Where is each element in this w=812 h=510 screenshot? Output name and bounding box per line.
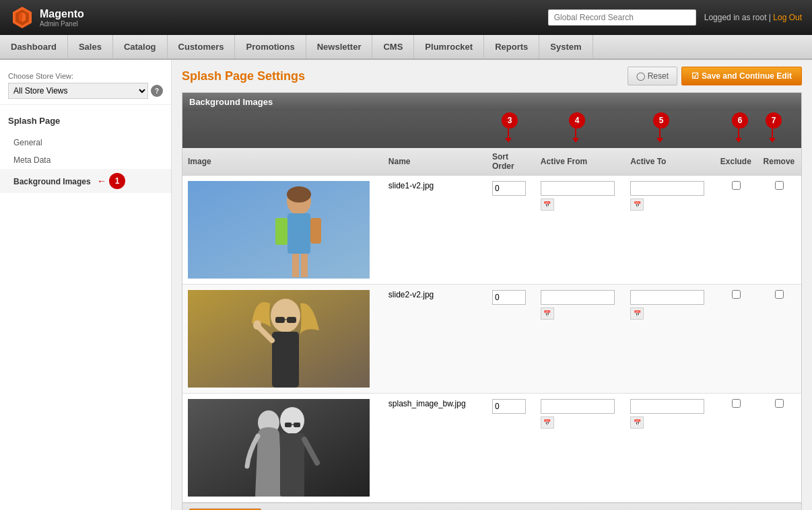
nav-item-cms[interactable]: CMS: [372, 35, 414, 59]
sidebar-section-title: Splash Page: [0, 110, 171, 131]
store-view-dropdown[interactable]: All Store Views Default Store View: [8, 83, 148, 99]
exclude-checkbox-1[interactable]: [732, 181, 741, 190]
table-row: slide1-v2.jpg 📅 📅: [182, 176, 801, 285]
filename-cell-1: slide1-v2.jpg: [383, 176, 487, 285]
sidebar-item-general[interactable]: General: [0, 134, 171, 151]
exclude-cell-1: [715, 176, 758, 285]
active-to-calendar-2[interactable]: 📅: [630, 307, 644, 320]
filename-cell-2: slide2-v2.jpg: [383, 285, 487, 394]
svg-rect-23: [280, 433, 304, 497]
nav-item-newsletter[interactable]: Newsletter: [306, 35, 373, 59]
col-image: Image: [182, 148, 383, 176]
sidebar-item-metadata[interactable]: Meta Data: [0, 151, 171, 169]
remove-checkbox-3[interactable]: [775, 399, 784, 408]
svg-point-13: [271, 299, 300, 332]
active-to-input-2[interactable]: [630, 290, 704, 305]
active-to-cell-1: 📅: [625, 176, 715, 285]
nav-item-dashboard[interactable]: Dashboard: [0, 35, 68, 59]
sort-order-input-3[interactable]: [492, 399, 526, 414]
global-search-input[interactable]: [548, 9, 696, 26]
svg-point-11: [287, 186, 311, 203]
active-to-input-1[interactable]: [630, 181, 704, 196]
col-sort-order: Sort Order: [487, 148, 535, 176]
content-header: Splash Page Settings ◯ Reset ☑ Save and …: [182, 67, 802, 85]
page-title: Splash Page Settings: [182, 69, 305, 83]
table-row: slide2-v2.jpg 📅 📅: [182, 285, 801, 394]
nav-item-customers[interactable]: Customers: [168, 35, 236, 59]
annotation-5: 5: [650, 112, 669, 143]
reset-icon: ◯: [636, 71, 645, 81]
image-preview-2: [188, 290, 370, 388]
sort-order-cell-3: [487, 394, 535, 503]
annotation-4: 4: [566, 112, 585, 143]
save-icon: ☑: [691, 71, 699, 81]
logo-brand: Magento: [40, 8, 84, 20]
annotation-3: 3: [499, 112, 518, 143]
active-to-cell-2: 📅: [625, 285, 715, 394]
nav-item-promotions[interactable]: Promotions: [235, 35, 306, 59]
logo-text-area: Magento Admin Panel: [40, 8, 84, 28]
svg-rect-8: [310, 218, 321, 244]
col-exclude: Exclude: [715, 148, 758, 176]
filename-2: slide2-v2.jpg: [388, 290, 434, 299]
header-right: Logged in as root | Log Out: [548, 9, 802, 26]
svg-rect-14: [275, 317, 285, 323]
remove-checkbox-1[interactable]: [775, 181, 784, 190]
store-view-select-wrapper: All Store Views Default Store View ?: [8, 83, 163, 99]
sort-order-input-1[interactable]: [492, 181, 526, 196]
remove-cell-1: [758, 176, 801, 285]
reset-button[interactable]: ◯ Reset: [628, 67, 677, 85]
active-to-input-3[interactable]: [630, 399, 704, 414]
logo-area: Magento Admin Panel: [10, 5, 84, 30]
nav-item-system[interactable]: System: [539, 35, 593, 59]
nav-item-reports[interactable]: Reports: [484, 35, 539, 59]
svg-rect-26: [294, 423, 300, 427]
exclude-cell-3: [715, 394, 758, 503]
content-area: Splash Page Settings ◯ Reset ☑ Save and …: [172, 60, 812, 510]
col-active-from: Active From: [535, 148, 625, 176]
app-header: Magento Admin Panel Logged in as root | …: [0, 0, 812, 35]
active-from-calendar-1[interactable]: 📅: [541, 198, 554, 211]
filename-3: splash_image_bw.jpg: [388, 399, 466, 408]
col-name: Name: [383, 148, 487, 176]
nav-item-catalog[interactable]: Catalog: [113, 35, 168, 59]
background-images-section: Background Images 3 4 5: [182, 92, 802, 510]
active-from-input-3[interactable]: [541, 399, 615, 414]
filename-1: slide1-v2.jpg: [388, 181, 434, 190]
active-from-input-2[interactable]: [541, 290, 615, 305]
button-bar: ◯ Reset ☑ Save and Continue Edit: [628, 67, 802, 85]
active-to-calendar-3[interactable]: 📅: [630, 416, 644, 429]
logo-subtitle: Admin Panel: [40, 20, 84, 28]
remove-checkbox-2[interactable]: [775, 290, 784, 299]
help-icon[interactable]: ?: [151, 85, 163, 97]
annotation-badge-1: 1: [109, 173, 125, 189]
browse-footer: + Browse File ← 2: [182, 503, 801, 510]
active-from-input-1[interactable]: [541, 181, 615, 196]
svg-rect-17: [272, 332, 299, 388]
filename-cell-3: splash_image_bw.jpg: [383, 394, 487, 503]
nav-item-plumrocket[interactable]: Plumrocket: [414, 35, 484, 59]
image-cell-2: [182, 285, 383, 394]
col-remove: Remove: [758, 148, 801, 176]
exclude-checkbox-3[interactable]: [732, 399, 741, 408]
nav-item-sales[interactable]: Sales: [68, 35, 113, 59]
image-preview-1: [188, 181, 370, 279]
image-cell-3: [182, 394, 383, 503]
sort-order-input-2[interactable]: [492, 290, 526, 305]
svg-rect-10: [301, 254, 308, 277]
col-active-to: Active To: [625, 148, 715, 176]
sidebar-item-background-images[interactable]: Background Images ← 1: [0, 169, 171, 193]
logout-link[interactable]: Log Out: [773, 13, 802, 22]
svg-rect-9: [292, 254, 299, 277]
exclude-cell-2: [715, 285, 758, 394]
active-from-cell-3: 📅: [535, 394, 625, 503]
save-continue-button[interactable]: ☑ Save and Continue Edit: [681, 67, 802, 85]
exclude-checkbox-2[interactable]: [732, 290, 741, 299]
annotation-6: 6: [729, 112, 748, 143]
active-to-calendar-1[interactable]: 📅: [630, 198, 644, 211]
main-nav: Dashboard Sales Catalog Customers Promot…: [0, 35, 812, 60]
table-row: splash_image_bw.jpg 📅 📅: [182, 394, 801, 503]
active-from-calendar-2[interactable]: 📅: [541, 307, 554, 320]
images-table: Image Name Sort Order Active From Active…: [182, 148, 801, 503]
active-from-calendar-3[interactable]: 📅: [541, 416, 554, 429]
